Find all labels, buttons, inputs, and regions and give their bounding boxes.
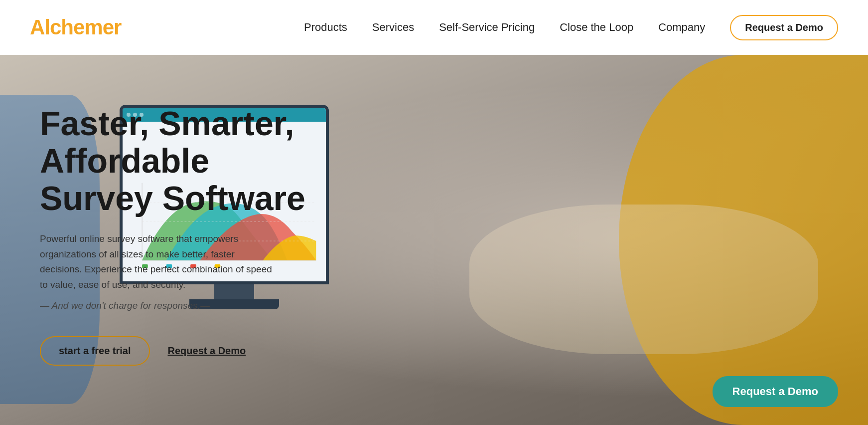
header: Alchemer Products Services Self-Service … bbox=[0, 0, 868, 55]
hero-tagline: — And we don't charge for responses.— bbox=[40, 300, 305, 311]
logo: Alchemer bbox=[30, 15, 121, 39]
nav-products[interactable]: Products bbox=[304, 21, 347, 34]
request-demo-float-button[interactable]: Request a Demo bbox=[713, 376, 838, 407]
main-nav: Products Services Self-Service Pricing C… bbox=[304, 15, 838, 40]
request-demo-header-button[interactable]: Request a Demo bbox=[730, 15, 838, 40]
nav-pricing[interactable]: Self-Service Pricing bbox=[439, 21, 535, 34]
start-free-trial-button[interactable]: start a free trial bbox=[40, 336, 150, 366]
hero-section: Faster, Smarter, Affordable Survey Softw… bbox=[0, 55, 868, 425]
nav-services[interactable]: Services bbox=[372, 21, 414, 34]
hero-bg-blob-desk bbox=[469, 205, 818, 354]
hero-subtitle: Powerful online survey software that emp… bbox=[40, 231, 279, 292]
hero-title: Faster, Smarter, Affordable Survey Softw… bbox=[40, 105, 305, 216]
request-demo-hero-button[interactable]: Request a Demo bbox=[168, 345, 246, 357]
hero-buttons: start a free trial Request a Demo bbox=[40, 336, 305, 366]
nav-company[interactable]: Company bbox=[658, 21, 705, 34]
hero-content: Faster, Smarter, Affordable Survey Softw… bbox=[40, 105, 305, 366]
nav-close-loop[interactable]: Close the Loop bbox=[560, 21, 633, 34]
